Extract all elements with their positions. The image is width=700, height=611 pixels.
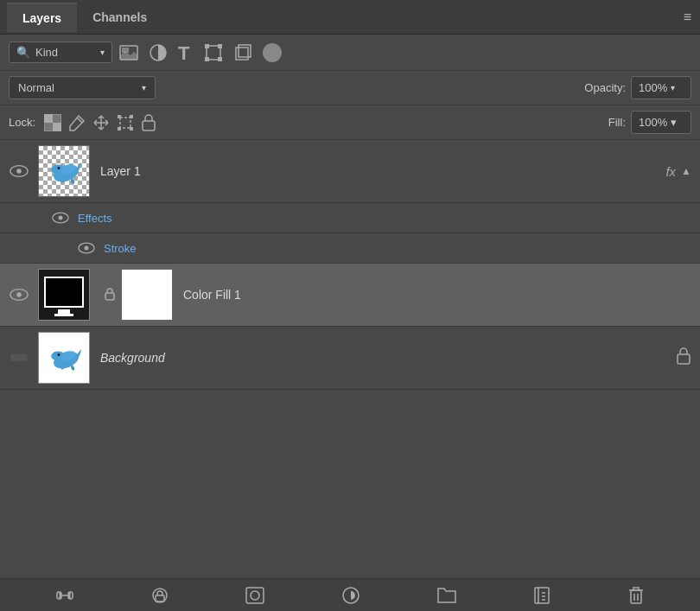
layer-row-layer1[interactable]: Layer 1 fx ▲: [0, 140, 700, 203]
tab-layers[interactable]: Layers: [7, 3, 77, 32]
kind-label: Kind: [35, 46, 58, 59]
opacity-input[interactable]: 100% ▾: [631, 76, 691, 99]
colorfill1-mask-thumbnail: [121, 269, 173, 321]
lock-all-icon[interactable]: [141, 114, 156, 131]
lock-label: Lock:: [9, 116, 35, 129]
blend-mode-bar: Normal ▾ Opacity: 100% ▾: [0, 71, 700, 105]
visibility-stroke-icon[interactable]: [78, 239, 95, 257]
visibility-layer1-icon[interactable]: [9, 161, 29, 181]
svg-rect-50: [631, 590, 641, 603]
search-icon: 🔍: [16, 46, 30, 59]
svg-point-31: [85, 246, 89, 251]
layer-row-effects[interactable]: Effects: [0, 203, 700, 233]
filter-bar: 🔍 Kind ▾ T: [0, 35, 700, 71]
filter-color-icon[interactable]: [263, 43, 282, 62]
background-thumbnail: [38, 332, 90, 384]
svg-text:T: T: [178, 43, 190, 62]
blend-mode-chevron-icon: ▾: [142, 83, 146, 92]
fill-chevron-icon: ▾: [671, 116, 677, 129]
layer-row-background[interactable]: Background: [0, 327, 700, 390]
svg-rect-17: [118, 115, 121, 118]
svg-rect-19: [118, 127, 121, 130]
svg-point-33: [16, 292, 22, 297]
svg-rect-11: [44, 114, 53, 123]
opacity-group: Opacity: 100% ▾: [584, 76, 691, 99]
lock-bar: Lock:: [0, 105, 700, 140]
colorfill1-thumb-pair: [38, 269, 173, 321]
colorfill1-name: Color Fill 1: [183, 288, 691, 302]
lock-icons: [44, 114, 156, 131]
svg-point-47: [251, 591, 259, 600]
lock-position-icon[interactable]: [92, 114, 110, 131]
filter-shape-icon[interactable]: [204, 43, 223, 62]
filter-pixel-icon[interactable]: [119, 45, 138, 60]
link-layers-button[interactable]: [56, 586, 73, 605]
panel-menu-button[interactable]: ≡: [684, 10, 691, 25]
svg-rect-34: [105, 293, 114, 300]
fill-input[interactable]: 100% ▾: [631, 111, 691, 134]
add-style-button[interactable]: [151, 587, 169, 604]
filter-type-icon[interactable]: T: [178, 43, 194, 62]
effects-label: Effects: [78, 212, 691, 225]
layer-row-stroke[interactable]: Stroke: [0, 233, 700, 264]
layer1-collapse-icon[interactable]: ▲: [681, 165, 691, 177]
background-lock-icon: [676, 347, 691, 368]
svg-rect-10: [239, 45, 251, 57]
svg-rect-6: [218, 44, 222, 48]
new-group-button[interactable]: [437, 587, 456, 604]
fill-label: Fill:: [608, 116, 626, 129]
svg-rect-18: [130, 115, 133, 118]
background-name: Background: [100, 351, 676, 365]
layer1-fx-badge[interactable]: fx: [665, 164, 676, 179]
blend-mode-dropdown[interactable]: Normal ▾: [9, 76, 156, 99]
visibility-effects-icon[interactable]: [52, 209, 69, 226]
filter-icons: T: [119, 43, 282, 62]
visibility-background-icon[interactable]: [9, 347, 29, 368]
svg-rect-21: [143, 121, 155, 130]
svg-rect-5: [205, 44, 209, 48]
tab-bar: Layers Channels ≡: [0, 0, 700, 35]
svg-rect-9: [236, 48, 248, 60]
layers-list: Layer 1 fx ▲ Effects Stroke: [0, 140, 700, 578]
colorfill1-main-thumbnail: [38, 269, 90, 321]
tab-channels[interactable]: Channels: [77, 3, 162, 31]
lock-image-icon[interactable]: [68, 114, 86, 131]
svg-point-29: [59, 216, 63, 220]
add-mask-button[interactable]: [245, 587, 264, 604]
layer-row-colorfill1[interactable]: Color Fill 1: [0, 264, 700, 327]
svg-rect-49: [535, 588, 549, 603]
svg-rect-46: [246, 588, 264, 603]
lock-artboard-icon[interactable]: [117, 114, 134, 131]
visibility-colorfill1-icon[interactable]: [9, 284, 29, 305]
filter-smartobj-icon[interactable]: [233, 43, 252, 62]
svg-rect-16: [120, 118, 130, 128]
new-layer-button[interactable]: [533, 586, 550, 605]
layer1-name: Layer 1: [100, 164, 665, 178]
opacity-label: Opacity:: [584, 81, 626, 94]
svg-rect-12: [53, 123, 61, 131]
filter-adjustment-icon[interactable]: [149, 43, 168, 62]
svg-rect-41: [678, 354, 690, 364]
svg-point-23: [16, 169, 22, 174]
layers-panel: Layers Channels ≡ 🔍 Kind ▾: [0, 0, 700, 611]
opacity-chevron-icon: ▾: [671, 83, 675, 92]
bottom-toolbar: [0, 578, 700, 611]
opacity-value: 100%: [639, 81, 667, 94]
svg-rect-20: [130, 127, 133, 130]
svg-rect-45: [156, 595, 164, 601]
layer1-thumbnail: [38, 145, 90, 197]
blend-mode-label: Normal: [18, 81, 54, 94]
stroke-label: Stroke: [104, 242, 691, 255]
kind-chevron-icon: ▾: [100, 48, 105, 57]
svg-rect-13: [53, 114, 61, 123]
svg-rect-14: [44, 123, 53, 131]
svg-rect-8: [218, 57, 222, 61]
lock-transparent-icon[interactable]: [44, 114, 61, 131]
kind-dropdown[interactable]: 🔍 Kind ▾: [9, 41, 112, 63]
svg-point-39: [58, 353, 60, 356]
fill-group: Fill: 100% ▾: [608, 111, 691, 134]
layer-link-icon[interactable]: [104, 289, 116, 301]
svg-rect-35: [11, 354, 27, 360]
new-fill-layer-button[interactable]: [342, 587, 360, 604]
delete-layer-button[interactable]: [628, 586, 644, 605]
